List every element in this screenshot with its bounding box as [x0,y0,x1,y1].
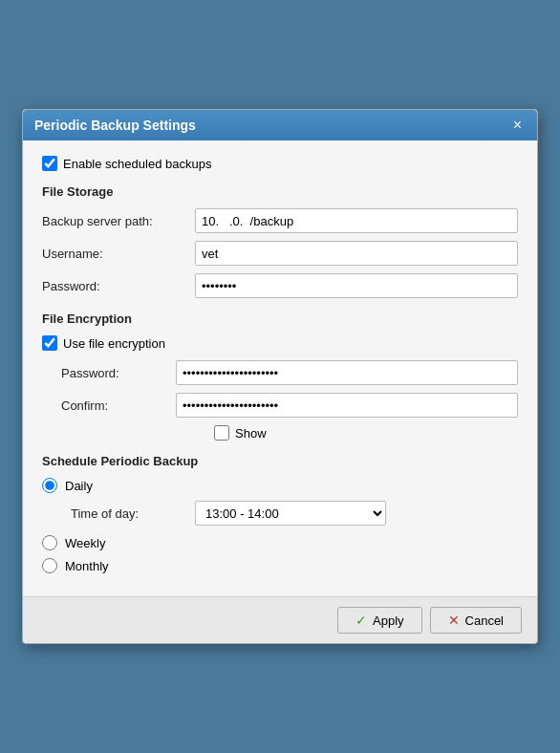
username-label: Username: [42,247,195,261]
password-label: Password: [42,279,195,293]
x-icon: ✕ [448,613,460,628]
apply-button[interactable]: ✓ Apply [337,607,422,634]
backup-path-row: Backup server path: [42,208,518,233]
password-input[interactable] [195,273,518,298]
weekly-radio[interactable] [42,535,57,550]
cancel-label: Cancel [465,613,504,628]
time-select[interactable]: 13:00 - 14:00 14:00 - 15:00 15:00 - 16:0… [195,501,386,526]
show-row: Show [42,425,518,441]
backup-path-label: Backup server path: [42,214,195,228]
file-storage-title: File Storage [42,184,518,199]
enc-confirm-row: Confirm: [61,393,518,418]
daily-radio[interactable] [42,478,57,493]
check-icon: ✓ [355,613,367,628]
schedule-section: Schedule Periodic Backup Daily Time of d… [42,454,518,573]
enc-confirm-label: Confirm: [61,398,176,413]
password-row: Password: [42,273,518,298]
dialog-body: Enable scheduled backups File Storage Ba… [23,140,537,596]
show-passwords-checkbox[interactable] [214,425,229,441]
dialog-title: Periodic Backup Settings [34,118,196,133]
username-input[interactable] [195,241,518,266]
enc-password-row: Password: [61,360,518,385]
cancel-button[interactable]: ✕ Cancel [430,607,522,634]
daily-label[interactable]: Daily [65,479,93,493]
show-passwords-label[interactable]: Show [235,426,267,441]
use-encryption-label[interactable]: Use file encryption [63,336,165,351]
enc-password-label: Password: [61,366,176,380]
periodic-backup-dialog: Periodic Backup Settings × Enable schedu… [22,109,538,644]
use-encryption-checkbox[interactable] [42,335,57,351]
close-button[interactable]: × [509,118,526,133]
daily-row: Daily [42,478,518,493]
monthly-label[interactable]: Monthly [65,559,109,573]
enable-backups-row: Enable scheduled backups [42,156,518,171]
use-encryption-row: Use file encryption [42,335,518,351]
time-of-day-label: Time of day: [71,506,195,521]
enc-password-input[interactable] [176,360,518,385]
monthly-radio[interactable] [42,558,57,573]
backup-path-input[interactable] [195,208,518,233]
username-row: Username: [42,241,518,266]
apply-label: Apply [373,613,404,628]
monthly-row: Monthly [42,558,518,573]
enc-confirm-input[interactable] [176,393,518,418]
weekly-row: Weekly [42,535,518,550]
dialog-footer: ✓ Apply ✕ Cancel [23,596,537,643]
encryption-block: Password: Confirm: [42,360,518,418]
weekly-label[interactable]: Weekly [65,536,105,550]
dialog-header: Periodic Backup Settings × [23,110,537,140]
enable-backups-checkbox[interactable] [42,156,57,171]
enable-backups-label[interactable]: Enable scheduled backups [63,157,211,171]
time-of-day-row: Time of day: 13:00 - 14:00 14:00 - 15:00… [42,501,518,526]
file-encryption-title: File Encryption [42,312,518,326]
schedule-title: Schedule Periodic Backup [42,454,518,468]
